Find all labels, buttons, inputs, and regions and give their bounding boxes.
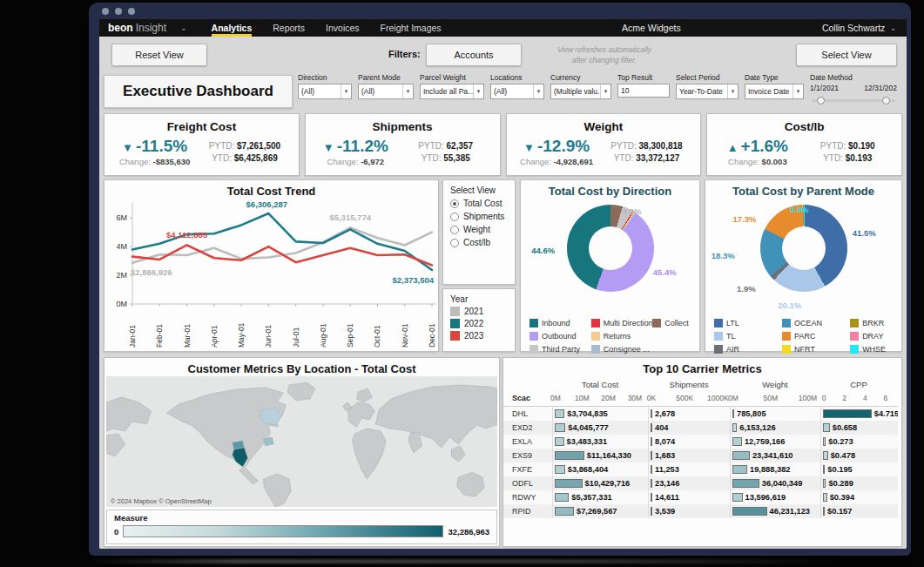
parent-mode-donut-chart[interactable]: 41.5%20.1%1.9%18.3%17.3%0.0% <box>705 205 901 313</box>
filter-select-direction[interactable]: (All)▾ <box>298 84 352 99</box>
legend-item-multi-direction[interactable]: Multi Direction <box>591 318 653 327</box>
metric-value: $3,704,835 <box>567 409 608 418</box>
metric-value: 3,539 <box>655 507 675 516</box>
legend-item-ltl[interactable]: LTL <box>714 318 782 327</box>
view-option-total-cost[interactable]: Total Cost <box>450 199 515 208</box>
filter-select-locations[interactable]: (All)▾ <box>490 84 544 99</box>
select-view-button[interactable]: Select View <box>796 44 897 66</box>
carrier-row-exd2[interactable]: EXD2$4,045,7774046,153,126$0.658 <box>503 421 898 435</box>
legend-swatch <box>450 331 460 341</box>
carrier-row-rpid[interactable]: RPID$7,269,5673,53946,231,123$0.157 <box>503 504 898 518</box>
filter-locations: Locations(All)▾ <box>490 73 544 106</box>
world-map[interactable]: © 2024 Mapbox © OpenStreetMap <box>106 376 497 507</box>
legend-item-ocean[interactable]: OCEAN <box>782 318 850 327</box>
direction-donut-chart[interactable]: 44.6%45.4%4.0% <box>521 205 699 313</box>
axis-tick: 100M <box>799 394 817 402</box>
view-option-shipments[interactable]: Shipments <box>450 212 515 221</box>
carrier-row-exla[interactable]: EXLA$3,483,3318,07412,759,166$0.273 <box>503 435 898 449</box>
legend-item-parc[interactable]: PARC <box>782 331 850 341</box>
metric-cell: $3,483,331 <box>552 435 648 449</box>
filter-select-parcel-weight[interactable]: Include all Pa...▾ <box>420 84 484 99</box>
legend-item-dray[interactable]: DRAY <box>850 331 898 341</box>
carrier-row-odfl[interactable]: ODFL$10,429,71623,14636,040,349$0.289 <box>503 476 898 490</box>
carrier-row-dhl[interactable]: DHL$3,704,8352,678785,805$4.715 <box>503 407 898 421</box>
nav-tab-analytics[interactable]: Analytics <box>212 19 253 37</box>
filter-select-date-type[interactable]: Invoice Date▾ <box>745 84 804 99</box>
filter-refresh-note: View refreshes automatically after chang… <box>526 45 683 66</box>
legend-swatch <box>529 332 538 341</box>
metric-cell: $3,868,404 <box>552 462 648 476</box>
metric-bar <box>732 451 750 460</box>
direction-legend: InboundMulti DirectionCollectOutboundRet… <box>521 313 699 354</box>
donut-percent-label: 18.3% <box>712 251 735 260</box>
metric-cell: 23,341,610 <box>730 449 820 462</box>
change-value: -$835,630 <box>153 157 191 166</box>
legend-swatch <box>652 319 661 327</box>
pytd-line: PYTD: 38,300,818 <box>600 141 694 151</box>
kpi-ytd-block: PYTD: $0.190YTD: $0.193 <box>800 138 894 166</box>
legend-swatch <box>714 319 723 327</box>
pytd-value: 62,357 <box>447 141 474 151</box>
filter-value: (All) <box>494 87 507 96</box>
user-menu[interactable]: Collin Schwartz ⌄ <box>822 23 896 33</box>
carrier-row-fxfe[interactable]: FXFE$3,868,40411,25319,888,382$0.195 <box>503 462 898 476</box>
legend-item-collect[interactable]: Collect <box>652 318 696 327</box>
view-option-weight[interactable]: Weight <box>450 225 515 234</box>
ytd-value: 33,372,127 <box>636 153 679 163</box>
year-legend-2022[interactable]: 2022 <box>450 319 515 328</box>
carrier-row-rdwy[interactable]: RDWY$5,357,33114,61113,596,619$0.394 <box>503 490 898 504</box>
svg-text:Sep-01: Sep-01 <box>346 323 354 348</box>
legend-label: Inbound <box>542 319 570 327</box>
nav-tab-invoices[interactable]: Invoices <box>326 19 360 37</box>
legend-item-nfrt[interactable]: NFRT <box>782 344 850 354</box>
legend-item-air[interactable]: AIR <box>714 344 782 354</box>
filter-select-select-period[interactable]: Year-To-Date▾ <box>676 84 739 99</box>
year-legend-2021[interactable]: 2021 <box>450 307 515 316</box>
metric-value: $0.273 <box>828 437 853 446</box>
view-option-cost-lb[interactable]: Cost/lb <box>450 238 515 247</box>
view-option-label: Shipments <box>463 212 504 221</box>
nav-tab-reports[interactable]: Reports <box>273 19 305 37</box>
filter-input-top-result[interactable]: 10 <box>617 84 670 98</box>
metric-bar <box>823 479 826 488</box>
metric-value: 46,231,123 <box>770 507 811 516</box>
legend-swatch <box>591 319 600 327</box>
year-legend-items: 202120222023 <box>443 307 515 341</box>
legend-item-returns[interactable]: Returns <box>591 331 653 341</box>
year-legend-2023[interactable]: 2023 <box>450 331 515 341</box>
brand-chevron-icon[interactable]: ⌄ <box>180 24 187 32</box>
reset-view-button[interactable]: Reset View <box>111 44 207 66</box>
nav-tab-freight-images[interactable]: Freight Images <box>381 19 442 37</box>
legend-item-third-party[interactable]: Third Party <box>529 344 591 354</box>
legend-item-brkr[interactable]: BRKR <box>850 318 898 327</box>
window-zoom-button[interactable] <box>128 8 135 15</box>
legend-item-consignee[interactable]: Consignee ... <box>591 344 653 354</box>
dropdown-arrow-icon: ▾ <box>533 84 543 98</box>
carrier-scac: FXFE <box>512 465 552 474</box>
metric-cell: 46,231,123 <box>730 504 820 518</box>
desk-reflection <box>83 559 849 564</box>
accounts-filter-button[interactable]: Accounts <box>426 44 522 66</box>
slider-handle-start[interactable] <box>817 97 825 105</box>
legend-swatch <box>529 319 538 327</box>
window-close-button[interactable] <box>102 8 109 15</box>
year-label: 2021 <box>464 307 483 316</box>
legend-item-whse[interactable]: WHSE <box>850 344 898 354</box>
filter-select-parent-mode[interactable]: (All)▾ <box>358 84 414 99</box>
carrier-row-exs9[interactable]: EXS9$11,164,3301,68323,341,610$0.478 <box>503 449 898 462</box>
filters-label: Filters: <box>388 49 421 59</box>
view-option-label: Weight <box>463 225 490 234</box>
cost-by-parent-mode-panel: Total Cost by Parent Mode 41.5%20.1%1.9%… <box>705 179 902 352</box>
legend-item-outbound[interactable]: Outbound <box>529 331 591 341</box>
legend-item-inbound[interactable]: Inbound <box>529 318 591 327</box>
window-minimize-button[interactable] <box>115 8 122 15</box>
metric-value: 8,074 <box>655 437 675 446</box>
pytd-line: PYTD: $0.190 <box>800 141 894 151</box>
ytd-label: YTD: <box>823 153 846 163</box>
legend-item-tl[interactable]: TL <box>714 331 782 341</box>
slider-handle-end[interactable] <box>882 97 890 105</box>
account-name[interactable]: Acme Widgets <box>622 23 681 33</box>
trend-line-chart[interactable]: 0M2M4M6MJan-01Feb-01Mar-01Apr-01May-01Ju… <box>105 198 438 351</box>
kpi-body: ▼-11.5%Change: -$835,630PYTD: $7,261,500… <box>105 138 299 166</box>
filter-select-currency[interactable]: (Multiple valu...▾ <box>550 84 611 99</box>
